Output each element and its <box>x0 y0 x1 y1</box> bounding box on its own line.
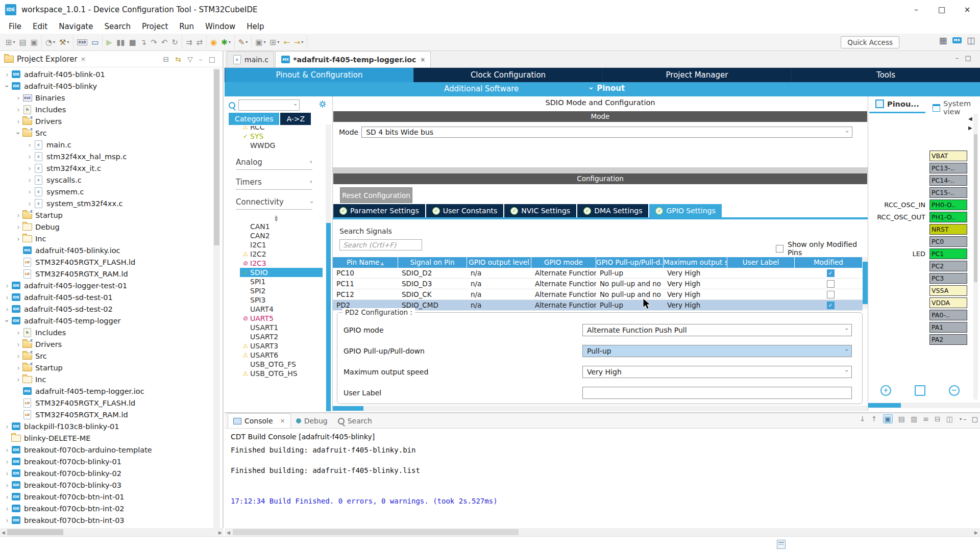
sidebar-item-usart2[interactable]: USART2 <box>240 332 326 341</box>
clear-console-icon[interactable]: ▥ <box>911 415 917 423</box>
pin-pa1[interactable]: PA1 <box>929 322 967 333</box>
toolbar-cubemx-perspective-button[interactable]: MX <box>952 37 962 43</box>
tree-expander-icon[interactable]: › <box>14 223 22 231</box>
pinout-collapse-control[interactable]: › Pinout <box>590 84 625 93</box>
tree-item[interactable]: ›csysmem.c <box>0 186 212 197</box>
minimize-icon[interactable]: – <box>199 55 203 63</box>
table-row[interactable]: PC11SDIO_D3n/aAlternate Function ...No p… <box>333 279 863 289</box>
editor-horizontal-scrollbar[interactable]: ◀ ▶ <box>225 528 980 536</box>
menu-edit[interactable]: Edit <box>27 19 53 34</box>
config-tab-parameter-settings[interactable]: ✓Parameter Settings <box>333 204 425 217</box>
close-tab-icon[interactable]: × <box>420 56 425 63</box>
pin-pc14[interactable]: PC14-.. <box>929 175 967 186</box>
sidebar-item-can2[interactable]: CAN2 <box>240 231 326 240</box>
tree-item[interactable]: ›hIncludes <box>0 104 212 115</box>
toolbar-debug-config-button[interactable]: ◔▾ <box>43 37 57 48</box>
pin-vdda[interactable]: VDDA <box>929 297 967 308</box>
tree-item[interactable]: ›IDEadafruit-f405-temp-logger <box>0 315 212 327</box>
sidebar-item-spi3[interactable]: SPI3 <box>240 295 326 305</box>
modified-checkbox[interactable] <box>827 280 835 288</box>
tree-expander-icon[interactable]: › <box>3 70 11 79</box>
close-tab-icon[interactable]: × <box>280 417 285 424</box>
toolbar-build-button[interactable]: ⚒▾ <box>57 37 71 48</box>
pin-vbat[interactable]: VBAT <box>929 151 967 161</box>
tree-item[interactable]: LDSTM32F405RGTX_RAM.ld <box>0 409 212 420</box>
tree-expander-icon[interactable]: › <box>14 117 22 126</box>
sidebar-item-wwdg[interactable]: WWDG <box>240 141 326 150</box>
tree-expander-icon[interactable]: › <box>26 188 34 196</box>
pin-pc15[interactable]: PC15-.. <box>929 187 967 198</box>
additional-software-link[interactable]: Additional Software <box>444 84 519 93</box>
view-menu-icon[interactable]: ▽ <box>187 55 193 63</box>
toolbar-step-into-button[interactable]: ↴ <box>138 37 149 48</box>
category-connectivity[interactable]: Connectivity› <box>236 197 312 210</box>
user-label-input[interactable] <box>582 387 852 399</box>
tree-item[interactable]: MXadafruit-f405-blinky.ioc <box>0 244 212 256</box>
menu-search[interactable]: Search <box>99 19 136 34</box>
tree-expander-icon[interactable]: › <box>3 305 11 313</box>
tree-expander-icon[interactable]: › <box>14 235 22 243</box>
tree-expander-icon[interactable]: › <box>3 422 11 431</box>
gear-icon[interactable] <box>318 100 327 110</box>
tree-item[interactable]: ›IDEbreakout-f070cb-btn-int-01 <box>0 491 212 503</box>
tree-item[interactable]: ›Inc <box>0 373 212 385</box>
tree-expander-icon[interactable]: › <box>3 516 11 524</box>
tree-item[interactable]: ›cStartup <box>0 362 212 373</box>
nav-tab-clock-configuration[interactable]: Clock Configuration <box>413 68 602 82</box>
pin-pc1[interactable]: PC1 <box>929 248 967 259</box>
maximize-button[interactable]: □ <box>929 0 954 19</box>
tree-expander-icon[interactable]: › <box>14 211 22 219</box>
toolbar-save-button[interactable]: ▤ <box>17 37 29 48</box>
pin-console-icon[interactable]: ≡ <box>923 415 929 423</box>
maximize-console-icon[interactable]: □ <box>972 415 978 423</box>
sidebar-item-spi1[interactable]: SPI1 <box>240 277 326 286</box>
console-tab-console[interactable]: Console× <box>228 413 291 428</box>
scroll-lock-icon[interactable]: ▣ <box>883 414 893 423</box>
open-console-icon[interactable]: ◫ <box>946 415 953 423</box>
field-select[interactable]: Very High› <box>582 366 852 378</box>
tree-item[interactable]: ›IDEbreakout-f070cb-btn-int-03 <box>0 514 212 526</box>
mode-select[interactable]: SD 4 bits Wide bus › <box>361 127 852 138</box>
toolbar-open-console-button[interactable]: ▭ <box>89 37 101 48</box>
toolbar-open-perspective-button[interactable]: ▦ <box>939 36 947 45</box>
toolbar-restart-button[interactable]: ↻ <box>169 37 180 48</box>
tree-item[interactable]: blinky-DELETE-ME <box>0 432 212 444</box>
explorer-vertical-scrollbar[interactable] <box>213 68 220 528</box>
config-tab-gpio-settings[interactable]: ✓GPIO Settings <box>649 204 721 217</box>
toolbar-new-wizard-button[interactable]: ✱▾ <box>219 37 233 48</box>
column-header[interactable]: GPIO output level <box>467 257 531 268</box>
sidebar-tab-a->z[interactable]: A->Z <box>280 113 311 125</box>
scroll-up-icon[interactable]: ↑ <box>871 415 877 423</box>
show-modified-pins-control[interactable]: Show only Modified Pins <box>776 240 868 257</box>
scroll-right-icon[interactable]: ▶ <box>974 530 978 535</box>
tree-item[interactable]: ›cDrivers <box>0 338 212 350</box>
config-horizontal-scrollbar[interactable] <box>333 406 868 411</box>
nav-tab-pinout-configuration[interactable]: Pinout & Configuration <box>225 68 413 82</box>
tree-expander-icon[interactable]: › <box>3 293 11 302</box>
reset-configuration-button[interactable]: Reset Configuration <box>340 187 412 203</box>
toolbar-new-button[interactable]: ⊞▾ <box>4 37 17 48</box>
field-select[interactable]: Pull-up› <box>582 345 852 357</box>
menu-project[interactable]: Project <box>136 19 174 34</box>
tree-expander-icon[interactable]: › <box>14 364 22 372</box>
tree-item[interactable]: ›cstm32f4xx_it.c <box>0 162 212 174</box>
sidebar-item-spi2[interactable]: SPI2 <box>240 286 326 295</box>
pin-pc3[interactable]: PC3 <box>929 273 967 284</box>
toolbar-relaunch-button[interactable]: ⇄ <box>194 37 205 48</box>
sidebar-item-uart4[interactable]: UART4 <box>240 305 326 314</box>
tree-expander-icon[interactable]: › <box>14 340 22 348</box>
category-timers[interactable]: Timers› <box>236 178 312 190</box>
tree-item[interactable]: LDSTM32F405RGTX_FLASH.ld <box>0 256 212 268</box>
scroll-right-icon[interactable]: ▶ <box>218 530 222 535</box>
column-header[interactable]: Signal on Pin <box>398 257 467 268</box>
sidebar-item-i2c1[interactable]: I2C1 <box>240 240 326 249</box>
tree-expander-icon[interactable]: › <box>14 106 22 114</box>
minimize-console-icon[interactable]: – <box>963 415 967 423</box>
minimize-editor-icon[interactable]: – <box>955 54 959 62</box>
table-row[interactable]: PC10SDIO_D2n/aAlternate Function ...Pull… <box>333 268 863 279</box>
column-header[interactable]: GPIO mode <box>531 257 596 268</box>
tab-pinout[interactable]: Pinou... <box>875 99 919 108</box>
tree-item[interactable]: ›cStartup <box>0 209 212 221</box>
tree-item[interactable]: ›010Binaries <box>0 92 212 104</box>
sidebar-search[interactable]: › <box>229 99 300 111</box>
